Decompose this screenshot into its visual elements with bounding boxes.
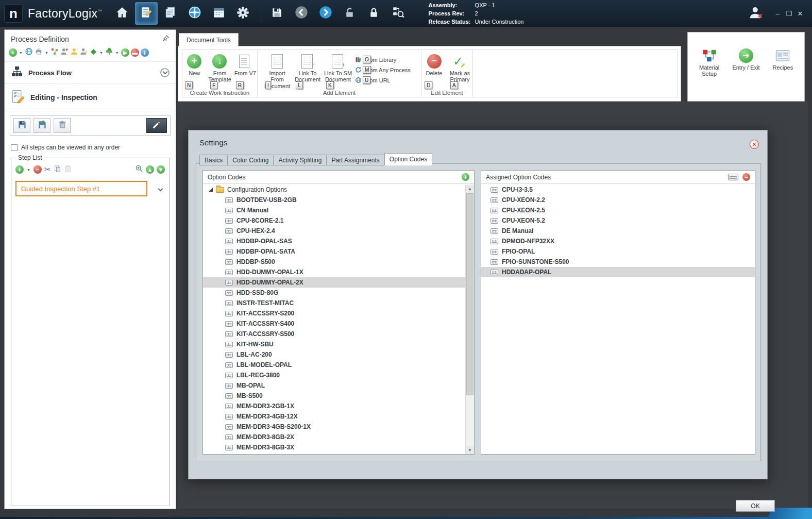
settings-tab-color-coding[interactable]: Color Coding: [227, 155, 273, 165]
minimize-button[interactable]: –: [772, 10, 783, 18]
settings-tab-basics[interactable]: Basics: [199, 155, 227, 165]
option-code-item[interactable]: MEM-DDR3-4GB-12X: [203, 411, 465, 422]
move-step-down-icon[interactable]: ▼: [157, 165, 165, 174]
add-step-icon[interactable]: +: [15, 165, 24, 174]
option-code-item[interactable]: CPU-HEX-2.4: [203, 226, 465, 236]
option-code-item[interactable]: HDDADAP-OPAL: [481, 267, 755, 277]
settings-tab-activity-splitting[interactable]: Activity Splitting: [273, 155, 326, 165]
scrollbar-thumb[interactable]: [466, 193, 473, 395]
process-audit-button[interactable]: [387, 2, 410, 25]
unlock-button[interactable]: [339, 2, 361, 25]
option-code-item[interactable]: HDD-DUMMY-OPAL-1X: [203, 267, 465, 277]
maximize-button[interactable]: ❒: [783, 10, 794, 18]
process-definition-button[interactable]: [135, 2, 158, 25]
option-code-item[interactable]: KIT-ACCSSRY-S400: [203, 319, 465, 329]
entry-exit-button[interactable]: ➜ Entry / Exit: [731, 46, 761, 101]
option-code-item[interactable]: MEM-DDR3-2GB-1X: [203, 401, 465, 411]
print-icon[interactable]: [35, 47, 43, 58]
schedule-button[interactable]: [208, 2, 230, 25]
paste-icon[interactable]: [64, 165, 72, 175]
copy-icon[interactable]: [54, 165, 61, 175]
user-upload-icon[interactable]: [60, 47, 69, 58]
ok-button[interactable]: OK: [736, 500, 775, 512]
material-setup-button[interactable]: Material Setup: [694, 46, 724, 101]
import-work-instruction-button[interactable]: [33, 118, 50, 133]
pin-icon[interactable]: [162, 35, 170, 44]
from-url-button[interactable]: From URL U: [354, 75, 416, 86]
user-yellow-icon[interactable]: [70, 47, 78, 58]
back-button[interactable]: [290, 2, 313, 25]
option-code-item[interactable]: HDDBP-OPAL-SAS: [203, 236, 465, 246]
documents-button[interactable]: [159, 2, 182, 25]
option-code-item[interactable]: MEM-DDR3-8GB-2X: [203, 432, 465, 442]
option-code-item[interactable]: INSTR-TEST-MITAC: [203, 298, 465, 308]
move-step-up-icon[interactable]: ▲: [146, 165, 154, 174]
save-button[interactable]: [266, 2, 289, 25]
option-code-item[interactable]: LBL-AC-200: [203, 349, 465, 360]
option-code-item[interactable]: FPIO-OPAL: [481, 246, 755, 257]
close-button[interactable]: ✕: [794, 10, 806, 18]
globe-icon[interactable]: [25, 47, 33, 58]
editing-inspection-row[interactable]: Editing - Inspection: [5, 84, 176, 111]
home-button[interactable]: [111, 2, 133, 25]
forward-button[interactable]: [314, 2, 337, 25]
info-icon[interactable]: i: [141, 48, 149, 57]
collapse-panel-button[interactable]: [160, 68, 170, 77]
remove-assigned-button[interactable]: −: [742, 173, 750, 181]
option-code-item[interactable]: KIT-HW-SBU: [203, 339, 465, 349]
run-icon[interactable]: ▶: [121, 48, 129, 57]
process-flow-row[interactable]: Process Flow: [5, 62, 176, 84]
add-process-icon[interactable]: +: [9, 48, 17, 57]
option-code-item[interactable]: HDDBP-OPAL-SATA: [203, 246, 465, 257]
remove-step-icon[interactable]: −: [33, 165, 42, 174]
step-expander-icon[interactable]: [158, 186, 163, 191]
option-code-item[interactable]: MEM-DDR3-4GB-S200-1X: [203, 422, 465, 432]
option-code-item[interactable]: KIT-ACCSSRY-S200: [203, 308, 465, 319]
option-code-item[interactable]: FPIO-SUNSTONE-S500: [481, 257, 755, 267]
tree-expander-icon[interactable]: [209, 188, 213, 192]
scroll-down-arrow[interactable]: ▼: [466, 446, 474, 454]
cut-icon[interactable]: ✂: [44, 165, 51, 174]
dialog-close-icon[interactable]: ✕: [750, 140, 759, 149]
add-option-code-button[interactable]: +: [462, 173, 469, 181]
configuration-options-node[interactable]: Configuration Options: [203, 185, 465, 195]
option-code-item[interactable]: CPU-8CORE-2.1: [203, 215, 465, 226]
option-code-item[interactable]: HDD-DUMMY-OPAL-2X: [203, 277, 465, 288]
save-work-instruction-button[interactable]: [13, 118, 30, 133]
option-code-item[interactable]: DE Manual: [481, 226, 755, 236]
document-tools-tab[interactable]: Document Tools: [179, 33, 239, 46]
any-order-checkbox[interactable]: [11, 144, 18, 151]
option-code-item[interactable]: DPMOD-NFP32XX: [481, 236, 755, 246]
option-code-item[interactable]: MB-S500: [203, 391, 465, 401]
option-code-keyboard-icon[interactable]: [728, 174, 738, 180]
recipes-button[interactable]: Recipes: [768, 46, 798, 101]
scroll-up-arrow[interactable]: ▲: [466, 185, 474, 193]
settings-tab-option-codes[interactable]: Option Codes: [384, 153, 432, 165]
settings-tab-part-assignments[interactable]: Part Assignments: [326, 155, 384, 165]
settings-button[interactable]: [232, 2, 255, 25]
user-star-icon[interactable]: [80, 47, 88, 58]
edit-mode-button[interactable]: [146, 118, 167, 133]
option-code-item[interactable]: CN Manual: [203, 205, 465, 215]
option-code-item[interactable]: CPU-XEON-5.2: [481, 215, 755, 226]
zoom-step-icon[interactable]: [135, 164, 143, 175]
option-code-item[interactable]: HDDBP-S500: [203, 257, 465, 267]
from-library-button[interactable]: From Library O: [354, 55, 416, 65]
option-code-item[interactable]: CPU-XEON-2.5: [481, 205, 755, 215]
option-code-item[interactable]: MB-OPAL: [203, 380, 465, 391]
option-code-item[interactable]: LBL-REG-3800: [203, 370, 465, 380]
delete-work-instruction-button[interactable]: [54, 118, 71, 133]
option-code-item[interactable]: BOOTDEV-USB-2GB: [203, 195, 465, 205]
option-codes-scrollbar[interactable]: ▲ ▼: [465, 185, 474, 454]
lock-button[interactable]: [363, 2, 385, 25]
step-item-selected[interactable]: Guided Inspection Step #1: [15, 181, 147, 196]
from-any-process-button[interactable]: From Any Process M: [354, 65, 416, 75]
logout-user-icon[interactable]: [748, 5, 764, 22]
flag-green-icon[interactable]: [90, 48, 97, 58]
share-nodes-icon[interactable]: [50, 47, 59, 58]
option-code-item[interactable]: KIT-ACCSSRY-S500: [203, 329, 465, 339]
tree-icon[interactable]: [105, 47, 113, 58]
stop-icon[interactable]: ▬: [131, 48, 139, 57]
option-code-item[interactable]: LBL-MODEL-OPAL: [203, 360, 465, 370]
dispatch-button[interactable]: [183, 2, 206, 25]
